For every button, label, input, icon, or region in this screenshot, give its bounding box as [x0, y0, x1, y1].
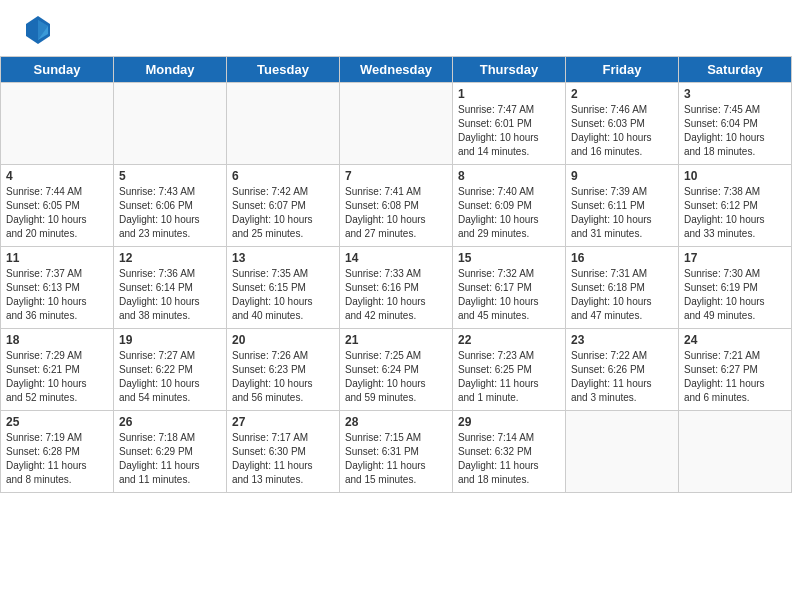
day-number: 18	[6, 333, 108, 347]
day-number: 14	[345, 251, 447, 265]
day-number: 22	[458, 333, 560, 347]
day-number: 27	[232, 415, 334, 429]
day-number: 24	[684, 333, 786, 347]
day-info: Sunrise: 7:40 AM Sunset: 6:09 PM Dayligh…	[458, 185, 560, 241]
day-number: 4	[6, 169, 108, 183]
calendar-cell: 16Sunrise: 7:31 AM Sunset: 6:18 PM Dayli…	[566, 247, 679, 329]
day-number: 17	[684, 251, 786, 265]
day-number: 10	[684, 169, 786, 183]
day-number: 11	[6, 251, 108, 265]
day-info: Sunrise: 7:17 AM Sunset: 6:30 PM Dayligh…	[232, 431, 334, 487]
week-row-1: 4Sunrise: 7:44 AM Sunset: 6:05 PM Daylig…	[1, 165, 792, 247]
day-info: Sunrise: 7:46 AM Sunset: 6:03 PM Dayligh…	[571, 103, 673, 159]
calendar-cell: 9Sunrise: 7:39 AM Sunset: 6:11 PM Daylig…	[566, 165, 679, 247]
day-number: 21	[345, 333, 447, 347]
calendar-cell: 4Sunrise: 7:44 AM Sunset: 6:05 PM Daylig…	[1, 165, 114, 247]
day-info: Sunrise: 7:42 AM Sunset: 6:07 PM Dayligh…	[232, 185, 334, 241]
day-number: 19	[119, 333, 221, 347]
week-row-2: 11Sunrise: 7:37 AM Sunset: 6:13 PM Dayli…	[1, 247, 792, 329]
day-number: 9	[571, 169, 673, 183]
day-number: 29	[458, 415, 560, 429]
day-number: 13	[232, 251, 334, 265]
day-number: 8	[458, 169, 560, 183]
calendar-cell: 17Sunrise: 7:30 AM Sunset: 6:19 PM Dayli…	[679, 247, 792, 329]
calendar-cell: 11Sunrise: 7:37 AM Sunset: 6:13 PM Dayli…	[1, 247, 114, 329]
weekday-header-row: SundayMondayTuesdayWednesdayThursdayFrid…	[1, 57, 792, 83]
day-number: 20	[232, 333, 334, 347]
day-info: Sunrise: 7:21 AM Sunset: 6:27 PM Dayligh…	[684, 349, 786, 405]
week-row-0: 1Sunrise: 7:47 AM Sunset: 6:01 PM Daylig…	[1, 83, 792, 165]
day-number: 5	[119, 169, 221, 183]
weekday-header-saturday: Saturday	[679, 57, 792, 83]
calendar-cell: 12Sunrise: 7:36 AM Sunset: 6:14 PM Dayli…	[114, 247, 227, 329]
calendar-cell	[340, 83, 453, 165]
day-info: Sunrise: 7:35 AM Sunset: 6:15 PM Dayligh…	[232, 267, 334, 323]
day-info: Sunrise: 7:37 AM Sunset: 6:13 PM Dayligh…	[6, 267, 108, 323]
day-number: 12	[119, 251, 221, 265]
calendar-cell: 21Sunrise: 7:25 AM Sunset: 6:24 PM Dayli…	[340, 329, 453, 411]
day-number: 15	[458, 251, 560, 265]
page-header	[0, 0, 792, 56]
day-info: Sunrise: 7:23 AM Sunset: 6:25 PM Dayligh…	[458, 349, 560, 405]
calendar-cell: 1Sunrise: 7:47 AM Sunset: 6:01 PM Daylig…	[453, 83, 566, 165]
calendar-cell: 26Sunrise: 7:18 AM Sunset: 6:29 PM Dayli…	[114, 411, 227, 493]
calendar-cell: 13Sunrise: 7:35 AM Sunset: 6:15 PM Dayli…	[227, 247, 340, 329]
calendar-cell: 3Sunrise: 7:45 AM Sunset: 6:04 PM Daylig…	[679, 83, 792, 165]
weekday-header-tuesday: Tuesday	[227, 57, 340, 83]
day-info: Sunrise: 7:44 AM Sunset: 6:05 PM Dayligh…	[6, 185, 108, 241]
calendar-cell: 10Sunrise: 7:38 AM Sunset: 6:12 PM Dayli…	[679, 165, 792, 247]
calendar-cell	[1, 83, 114, 165]
day-number: 23	[571, 333, 673, 347]
calendar-cell: 6Sunrise: 7:42 AM Sunset: 6:07 PM Daylig…	[227, 165, 340, 247]
day-info: Sunrise: 7:33 AM Sunset: 6:16 PM Dayligh…	[345, 267, 447, 323]
day-info: Sunrise: 7:29 AM Sunset: 6:21 PM Dayligh…	[6, 349, 108, 405]
day-number: 2	[571, 87, 673, 101]
calendar-cell	[227, 83, 340, 165]
calendar-cell: 23Sunrise: 7:22 AM Sunset: 6:26 PM Dayli…	[566, 329, 679, 411]
day-info: Sunrise: 7:30 AM Sunset: 6:19 PM Dayligh…	[684, 267, 786, 323]
weekday-header-thursday: Thursday	[453, 57, 566, 83]
weekday-header-friday: Friday	[566, 57, 679, 83]
calendar-cell	[679, 411, 792, 493]
calendar-cell: 24Sunrise: 7:21 AM Sunset: 6:27 PM Dayli…	[679, 329, 792, 411]
calendar-cell: 25Sunrise: 7:19 AM Sunset: 6:28 PM Dayli…	[1, 411, 114, 493]
calendar-cell: 19Sunrise: 7:27 AM Sunset: 6:22 PM Dayli…	[114, 329, 227, 411]
calendar-cell	[114, 83, 227, 165]
calendar-cell: 8Sunrise: 7:40 AM Sunset: 6:09 PM Daylig…	[453, 165, 566, 247]
calendar-cell	[566, 411, 679, 493]
day-info: Sunrise: 7:26 AM Sunset: 6:23 PM Dayligh…	[232, 349, 334, 405]
day-info: Sunrise: 7:43 AM Sunset: 6:06 PM Dayligh…	[119, 185, 221, 241]
day-info: Sunrise: 7:39 AM Sunset: 6:11 PM Dayligh…	[571, 185, 673, 241]
day-info: Sunrise: 7:18 AM Sunset: 6:29 PM Dayligh…	[119, 431, 221, 487]
day-number: 16	[571, 251, 673, 265]
calendar-cell: 27Sunrise: 7:17 AM Sunset: 6:30 PM Dayli…	[227, 411, 340, 493]
day-info: Sunrise: 7:19 AM Sunset: 6:28 PM Dayligh…	[6, 431, 108, 487]
day-number: 26	[119, 415, 221, 429]
day-number: 6	[232, 169, 334, 183]
calendar-cell: 18Sunrise: 7:29 AM Sunset: 6:21 PM Dayli…	[1, 329, 114, 411]
logo	[20, 12, 60, 48]
day-info: Sunrise: 7:27 AM Sunset: 6:22 PM Dayligh…	[119, 349, 221, 405]
week-row-3: 18Sunrise: 7:29 AM Sunset: 6:21 PM Dayli…	[1, 329, 792, 411]
calendar-table: SundayMondayTuesdayWednesdayThursdayFrid…	[0, 56, 792, 493]
calendar-cell: 7Sunrise: 7:41 AM Sunset: 6:08 PM Daylig…	[340, 165, 453, 247]
calendar-cell: 2Sunrise: 7:46 AM Sunset: 6:03 PM Daylig…	[566, 83, 679, 165]
day-info: Sunrise: 7:15 AM Sunset: 6:31 PM Dayligh…	[345, 431, 447, 487]
day-number: 7	[345, 169, 447, 183]
calendar-cell: 28Sunrise: 7:15 AM Sunset: 6:31 PM Dayli…	[340, 411, 453, 493]
calendar-cell: 22Sunrise: 7:23 AM Sunset: 6:25 PM Dayli…	[453, 329, 566, 411]
day-info: Sunrise: 7:38 AM Sunset: 6:12 PM Dayligh…	[684, 185, 786, 241]
logo-icon	[20, 12, 56, 48]
day-info: Sunrise: 7:45 AM Sunset: 6:04 PM Dayligh…	[684, 103, 786, 159]
calendar-cell: 29Sunrise: 7:14 AM Sunset: 6:32 PM Dayli…	[453, 411, 566, 493]
day-info: Sunrise: 7:14 AM Sunset: 6:32 PM Dayligh…	[458, 431, 560, 487]
day-info: Sunrise: 7:31 AM Sunset: 6:18 PM Dayligh…	[571, 267, 673, 323]
week-row-4: 25Sunrise: 7:19 AM Sunset: 6:28 PM Dayli…	[1, 411, 792, 493]
day-info: Sunrise: 7:22 AM Sunset: 6:26 PM Dayligh…	[571, 349, 673, 405]
calendar-cell: 14Sunrise: 7:33 AM Sunset: 6:16 PM Dayli…	[340, 247, 453, 329]
calendar-cell: 5Sunrise: 7:43 AM Sunset: 6:06 PM Daylig…	[114, 165, 227, 247]
calendar-cell: 20Sunrise: 7:26 AM Sunset: 6:23 PM Dayli…	[227, 329, 340, 411]
weekday-header-sunday: Sunday	[1, 57, 114, 83]
weekday-header-monday: Monday	[114, 57, 227, 83]
weekday-header-wednesday: Wednesday	[340, 57, 453, 83]
